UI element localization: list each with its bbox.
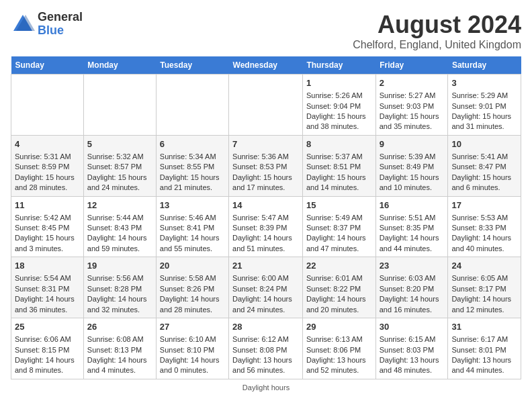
sunset-text: Sunset: 8:59 PM (15, 162, 80, 172)
daylight-text: Daylight: 14 hours and 28 minutes. (160, 294, 225, 315)
calendar-cell: 4Sunrise: 5:31 AMSunset: 8:59 PMDaylight… (11, 135, 84, 196)
page-header: General Blue August 2024 Chelford, Engla… (11, 11, 521, 51)
sunset-text: Sunset: 8:06 PM (306, 345, 372, 355)
sunrise-text: Sunrise: 6:15 AM (380, 334, 445, 345)
day-number: 22 (306, 260, 372, 272)
day-number: 20 (160, 260, 225, 272)
daylight-text: Daylight: 15 hours and 3 minutes. (15, 233, 80, 254)
sunrise-text: Sunrise: 5:42 AM (15, 213, 80, 223)
logo-text: General Blue (38, 11, 83, 38)
sunset-text: Sunset: 8:24 PM (232, 284, 299, 294)
daylight-text: Daylight: 13 hours and 52 minutes. (306, 355, 372, 376)
sunrise-text: Sunrise: 5:31 AM (15, 152, 80, 162)
day-number: 5 (87, 138, 152, 150)
sunrise-text: Sunrise: 5:34 AM (160, 152, 225, 162)
title-block: August 2024 Chelford, England, United Ki… (353, 11, 521, 51)
day-number: 23 (380, 260, 445, 272)
sunset-text: Sunset: 8:17 PM (451, 284, 517, 294)
sunset-text: Sunset: 8:20 PM (380, 284, 445, 294)
calendar-cell: 8Sunrise: 5:37 AMSunset: 8:51 PMDaylight… (302, 135, 375, 196)
daylight-text: Daylight: 14 hours and 40 minutes. (451, 233, 517, 254)
daylight-text: Daylight: 14 hours and 51 minutes. (232, 233, 299, 254)
sunset-text: Sunset: 8:47 PM (451, 162, 517, 172)
sunset-text: Sunset: 9:03 PM (380, 101, 445, 111)
calendar-cell: 21Sunrise: 6:00 AMSunset: 8:24 PMDayligh… (229, 257, 303, 318)
daylight-text: Daylight: 15 hours and 17 minutes. (232, 173, 299, 193)
daylight-text: Daylight: 13 hours and 56 minutes. (232, 355, 299, 376)
daylight-text: Daylight: 14 hours and 24 minutes. (232, 294, 299, 315)
sunrise-text: Sunrise: 6:05 AM (451, 273, 517, 283)
sunrise-text: Sunrise: 5:37 AM (306, 152, 372, 162)
daylight-text: Daylight: 14 hours and 12 minutes. (451, 294, 517, 315)
day-number: 24 (451, 260, 517, 272)
sunset-text: Sunset: 8:37 PM (306, 223, 372, 233)
sunrise-text: Sunrise: 6:12 AM (232, 334, 299, 345)
day-number: 3 (451, 77, 517, 89)
logo: General Blue (11, 11, 83, 38)
week-row-3: 11Sunrise: 5:42 AMSunset: 8:45 PMDayligh… (11, 196, 521, 257)
sunset-text: Sunset: 8:41 PM (160, 223, 225, 233)
daylight-text: Daylight: 15 hours and 6 minutes. (451, 173, 517, 193)
daylight-text: Daylight: 15 hours and 21 minutes. (160, 173, 225, 193)
sunrise-text: Sunrise: 6:06 AM (15, 334, 80, 345)
calendar-cell: 28Sunrise: 6:12 AMSunset: 8:08 PMDayligh… (229, 318, 303, 379)
sunrise-text: Sunrise: 5:56 AM (87, 273, 152, 283)
main-title: August 2024 (353, 11, 521, 39)
calendar-cell: 30Sunrise: 6:15 AMSunset: 8:03 PMDayligh… (375, 318, 448, 379)
daylight-text: Daylight: 14 hours and 47 minutes. (306, 233, 372, 254)
calendar-cell (229, 75, 303, 136)
sunset-text: Sunset: 9:04 PM (306, 101, 372, 111)
day-number: 19 (87, 260, 152, 272)
day-number: 9 (380, 138, 445, 150)
logo-blue: Blue (38, 24, 83, 38)
day-number: 21 (232, 260, 299, 272)
daylight-text: Daylight: 15 hours and 28 minutes. (15, 173, 80, 193)
day-number: 28 (232, 321, 299, 333)
day-number: 17 (451, 199, 517, 212)
calendar-cell: 6Sunrise: 5:34 AMSunset: 8:55 PMDaylight… (156, 135, 228, 196)
sunset-text: Sunset: 8:13 PM (87, 345, 152, 355)
daylight-text: Daylight: 14 hours and 32 minutes. (87, 294, 152, 315)
calendar-cell: 23Sunrise: 6:03 AMSunset: 8:20 PMDayligh… (375, 257, 448, 318)
day-number: 12 (87, 199, 152, 212)
calendar-cell (83, 75, 156, 136)
calendar-cell: 13Sunrise: 5:46 AMSunset: 8:41 PMDayligh… (156, 196, 228, 257)
week-row-1: 1Sunrise: 5:26 AMSunset: 9:04 PMDaylight… (11, 75, 521, 136)
day-number: 11 (15, 199, 80, 212)
day-header-thursday: Thursday (302, 56, 375, 75)
sunset-text: Sunset: 8:57 PM (87, 162, 152, 172)
calendar-cell: 29Sunrise: 6:13 AMSunset: 8:06 PMDayligh… (302, 318, 375, 379)
sunset-text: Sunset: 8:03 PM (380, 345, 445, 355)
daylight-text: Daylight: 14 hours and 36 minutes. (15, 294, 80, 315)
sunset-text: Sunset: 8:22 PM (306, 284, 372, 294)
sunrise-text: Sunrise: 6:01 AM (306, 273, 372, 283)
day-number: 29 (306, 321, 372, 333)
sunrise-text: Sunrise: 5:36 AM (232, 152, 299, 162)
calendar-cell: 5Sunrise: 5:32 AMSunset: 8:57 PMDaylight… (83, 135, 156, 196)
day-number: 6 (160, 138, 225, 150)
sunset-text: Sunset: 8:01 PM (451, 345, 517, 355)
daylight-text: Daylight: 15 hours and 38 minutes. (306, 111, 372, 132)
sunrise-text: Sunrise: 6:13 AM (306, 334, 372, 345)
day-header-saturday: Saturday (448, 56, 521, 75)
day-number: 10 (451, 138, 517, 150)
day-number: 16 (380, 199, 445, 212)
sunrise-text: Sunrise: 5:39 AM (380, 152, 445, 162)
daylight-text: Daylight: 13 hours and 48 minutes. (380, 355, 445, 376)
calendar-cell: 3Sunrise: 5:29 AMSunset: 9:01 PMDaylight… (448, 75, 521, 136)
calendar-cell: 16Sunrise: 5:51 AMSunset: 8:35 PMDayligh… (375, 196, 448, 257)
sunrise-text: Sunrise: 5:27 AM (380, 91, 445, 101)
day-number: 7 (232, 138, 299, 150)
week-row-4: 18Sunrise: 5:54 AMSunset: 8:31 PMDayligh… (11, 257, 521, 318)
calendar-cell: 20Sunrise: 5:58 AMSunset: 8:26 PMDayligh… (156, 257, 228, 318)
subtitle: Chelford, England, United Kingdom (353, 39, 521, 51)
day-header-monday: Monday (83, 56, 156, 75)
logo-general: General (38, 11, 83, 24)
calendar-cell (156, 75, 228, 136)
daylight-text: Daylight: 14 hours and 8 minutes. (15, 355, 80, 376)
day-header-wednesday: Wednesday (229, 56, 303, 75)
day-number: 25 (15, 321, 80, 333)
daylight-text: Daylight: 14 hours and 44 minutes. (380, 233, 445, 254)
sunset-text: Sunset: 8:28 PM (87, 284, 152, 294)
sunset-text: Sunset: 8:15 PM (15, 345, 80, 355)
